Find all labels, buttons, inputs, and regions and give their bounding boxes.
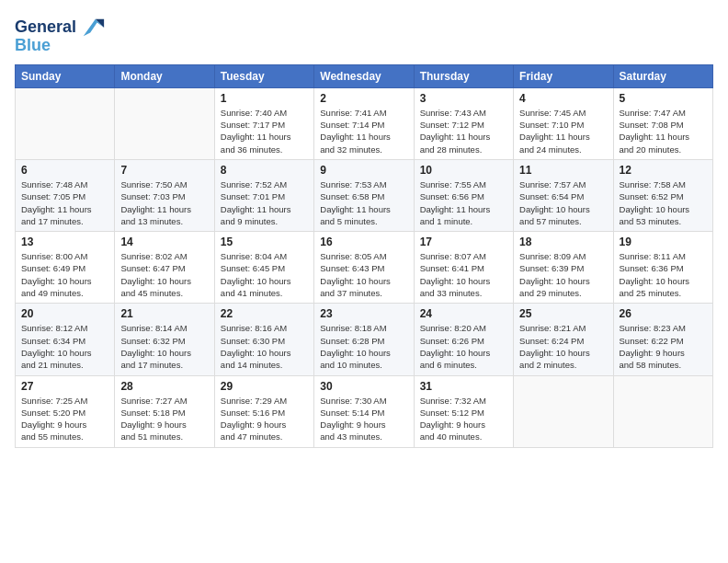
cell-content: Sunrise: 8:20 AM Sunset: 6:26 PM Dayligh… xyxy=(420,322,507,371)
cell-content: Sunrise: 7:45 AM Sunset: 7:10 PM Dayligh… xyxy=(519,107,607,155)
day-number: 3 xyxy=(420,92,507,105)
day-number: 18 xyxy=(519,236,607,248)
calendar-cell: 6Sunrise: 7:48 AM Sunset: 7:05 PM Daylig… xyxy=(16,159,115,231)
day-number: 20 xyxy=(21,307,108,320)
day-number: 15 xyxy=(221,236,308,248)
day-number: 10 xyxy=(420,164,507,177)
calendar-cell: 29Sunrise: 7:29 AM Sunset: 5:16 PM Dayli… xyxy=(214,375,313,447)
day-number: 26 xyxy=(620,307,707,320)
calendar-cell: 10Sunrise: 7:55 AM Sunset: 6:56 PM Dayli… xyxy=(414,159,513,231)
day-number: 13 xyxy=(21,236,108,248)
cell-content: Sunrise: 7:30 AM Sunset: 5:14 PM Dayligh… xyxy=(320,395,407,443)
calendar-cell: 4Sunrise: 7:45 AM Sunset: 7:10 PM Daylig… xyxy=(514,87,613,159)
day-number: 19 xyxy=(620,236,707,248)
col-monday: Monday xyxy=(115,64,214,87)
day-number: 9 xyxy=(320,164,407,177)
calendar-cell: 31Sunrise: 7:32 AM Sunset: 5:12 PM Dayli… xyxy=(414,375,513,447)
cell-content: Sunrise: 8:04 AM Sunset: 6:45 PM Dayligh… xyxy=(221,250,308,299)
col-friday: Friday xyxy=(514,64,613,87)
calendar-cell xyxy=(613,375,712,447)
day-number: 21 xyxy=(120,307,208,320)
calendar-cell: 18Sunrise: 8:09 AM Sunset: 6:39 PM Dayli… xyxy=(514,232,613,304)
calendar-cell: 28Sunrise: 7:27 AM Sunset: 5:18 PM Dayli… xyxy=(115,375,214,447)
day-number: 31 xyxy=(420,380,507,393)
day-number: 28 xyxy=(120,380,208,393)
day-number: 22 xyxy=(221,307,308,320)
day-number: 24 xyxy=(420,307,507,320)
calendar-cell: 12Sunrise: 7:58 AM Sunset: 6:52 PM Dayli… xyxy=(613,159,712,231)
week-row-1: 1Sunrise: 7:40 AM Sunset: 7:17 PM Daylig… xyxy=(16,87,713,159)
logo-text: General xyxy=(15,18,76,37)
day-number: 7 xyxy=(120,164,208,177)
week-row-4: 20Sunrise: 8:12 AM Sunset: 6:34 PM Dayli… xyxy=(16,304,713,375)
cell-content: Sunrise: 7:27 AM Sunset: 5:18 PM Dayligh… xyxy=(120,395,208,443)
cell-content: Sunrise: 8:02 AM Sunset: 6:47 PM Dayligh… xyxy=(120,250,208,299)
week-row-2: 6Sunrise: 7:48 AM Sunset: 7:05 PM Daylig… xyxy=(16,159,713,231)
cell-content: Sunrise: 7:53 AM Sunset: 6:58 PM Dayligh… xyxy=(320,178,407,227)
logo: General Blue xyxy=(15,15,106,55)
cell-content: Sunrise: 7:58 AM Sunset: 6:52 PM Dayligh… xyxy=(620,178,707,227)
calendar-cell: 24Sunrise: 8:20 AM Sunset: 6:26 PM Dayli… xyxy=(414,304,513,375)
logo-blue-text: Blue xyxy=(15,37,51,55)
cell-content: Sunrise: 8:05 AM Sunset: 6:43 PM Dayligh… xyxy=(320,250,407,299)
calendar-cell: 25Sunrise: 8:21 AM Sunset: 6:24 PM Dayli… xyxy=(514,304,613,375)
week-row-5: 27Sunrise: 7:25 AM Sunset: 5:20 PM Dayli… xyxy=(16,375,713,447)
calendar-cell xyxy=(16,87,115,159)
calendar-cell: 26Sunrise: 8:23 AM Sunset: 6:22 PM Dayli… xyxy=(613,304,712,375)
calendar-cell: 13Sunrise: 8:00 AM Sunset: 6:49 PM Dayli… xyxy=(16,232,115,304)
day-number: 1 xyxy=(221,92,308,105)
day-number: 27 xyxy=(21,380,108,393)
day-number: 23 xyxy=(320,307,407,320)
col-sunday: Sunday xyxy=(16,64,115,87)
cell-content: Sunrise: 7:25 AM Sunset: 5:20 PM Dayligh… xyxy=(21,395,108,443)
day-number: 4 xyxy=(519,92,607,105)
calendar-cell: 17Sunrise: 8:07 AM Sunset: 6:41 PM Dayli… xyxy=(414,232,513,304)
day-number: 29 xyxy=(221,380,308,393)
day-number: 8 xyxy=(221,164,308,177)
cell-content: Sunrise: 7:40 AM Sunset: 7:17 PM Dayligh… xyxy=(221,107,308,155)
calendar-cell: 1Sunrise: 7:40 AM Sunset: 7:17 PM Daylig… xyxy=(214,87,313,159)
day-number: 14 xyxy=(120,236,208,248)
cell-content: Sunrise: 8:07 AM Sunset: 6:41 PM Dayligh… xyxy=(420,250,507,299)
calendar-header-row: Sunday Monday Tuesday Wednesday Thursday… xyxy=(16,64,713,87)
day-number: 5 xyxy=(620,92,707,105)
cell-content: Sunrise: 7:41 AM Sunset: 7:14 PM Dayligh… xyxy=(320,107,407,155)
day-number: 17 xyxy=(420,236,507,248)
calendar-cell: 30Sunrise: 7:30 AM Sunset: 5:14 PM Dayli… xyxy=(314,375,414,447)
calendar-cell: 7Sunrise: 7:50 AM Sunset: 7:03 PM Daylig… xyxy=(115,159,214,231)
cell-content: Sunrise: 8:11 AM Sunset: 6:36 PM Dayligh… xyxy=(620,250,707,299)
cell-content: Sunrise: 8:18 AM Sunset: 6:28 PM Dayligh… xyxy=(320,322,407,371)
day-number: 11 xyxy=(519,164,607,177)
calendar-cell: 21Sunrise: 8:14 AM Sunset: 6:32 PM Dayli… xyxy=(115,304,214,375)
cell-content: Sunrise: 7:48 AM Sunset: 7:05 PM Dayligh… xyxy=(21,178,108,227)
cell-content: Sunrise: 8:21 AM Sunset: 6:24 PM Dayligh… xyxy=(519,322,607,371)
cell-content: Sunrise: 7:55 AM Sunset: 6:56 PM Dayligh… xyxy=(420,178,507,227)
calendar-cell: 9Sunrise: 7:53 AM Sunset: 6:58 PM Daylig… xyxy=(314,159,414,231)
calendar-cell xyxy=(514,375,613,447)
calendar-cell: 23Sunrise: 8:18 AM Sunset: 6:28 PM Dayli… xyxy=(314,304,414,375)
cell-content: Sunrise: 7:50 AM Sunset: 7:03 PM Dayligh… xyxy=(120,178,208,227)
calendar-cell: 11Sunrise: 7:57 AM Sunset: 6:54 PM Dayli… xyxy=(514,159,613,231)
calendar-cell: 27Sunrise: 7:25 AM Sunset: 5:20 PM Dayli… xyxy=(16,375,115,447)
week-row-3: 13Sunrise: 8:00 AM Sunset: 6:49 PM Dayli… xyxy=(16,232,713,304)
calendar-cell: 16Sunrise: 8:05 AM Sunset: 6:43 PM Dayli… xyxy=(314,232,414,304)
calendar-cell: 14Sunrise: 8:02 AM Sunset: 6:47 PM Dayli… xyxy=(115,232,214,304)
calendar-cell: 8Sunrise: 7:52 AM Sunset: 7:01 PM Daylig… xyxy=(214,159,313,231)
calendar-cell: 5Sunrise: 7:47 AM Sunset: 7:08 PM Daylig… xyxy=(613,87,712,159)
cell-content: Sunrise: 8:23 AM Sunset: 6:22 PM Dayligh… xyxy=(620,322,707,371)
col-saturday: Saturday xyxy=(613,64,712,87)
cell-content: Sunrise: 8:16 AM Sunset: 6:30 PM Dayligh… xyxy=(221,322,308,371)
calendar-cell: 22Sunrise: 8:16 AM Sunset: 6:30 PM Dayli… xyxy=(214,304,313,375)
cell-content: Sunrise: 8:14 AM Sunset: 6:32 PM Dayligh… xyxy=(120,322,208,371)
day-number: 16 xyxy=(320,236,407,248)
calendar-cell: 19Sunrise: 8:11 AM Sunset: 6:36 PM Dayli… xyxy=(613,232,712,304)
calendar-cell: 2Sunrise: 7:41 AM Sunset: 7:14 PM Daylig… xyxy=(314,87,414,159)
logo-icon xyxy=(80,15,106,40)
col-thursday: Thursday xyxy=(414,64,513,87)
calendar-table: Sunday Monday Tuesday Wednesday Thursday… xyxy=(15,64,713,448)
day-number: 12 xyxy=(620,164,707,177)
cell-content: Sunrise: 7:52 AM Sunset: 7:01 PM Dayligh… xyxy=(221,178,308,227)
day-number: 2 xyxy=(320,92,407,105)
calendar-cell xyxy=(115,87,214,159)
cell-content: Sunrise: 7:43 AM Sunset: 7:12 PM Dayligh… xyxy=(420,107,507,155)
